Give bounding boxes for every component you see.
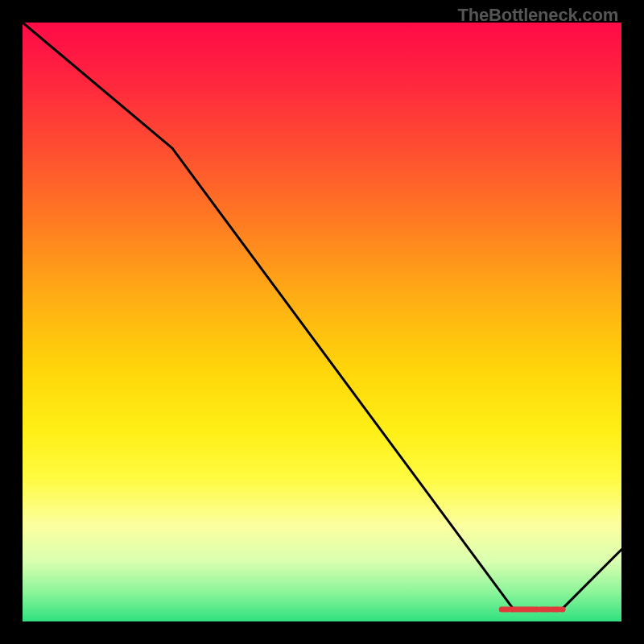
chart-container: TheBottleneck.com (0, 0, 644, 644)
chart-svg (23, 23, 621, 621)
plot-area (23, 23, 621, 621)
bottleneck-curve (23, 23, 621, 609)
